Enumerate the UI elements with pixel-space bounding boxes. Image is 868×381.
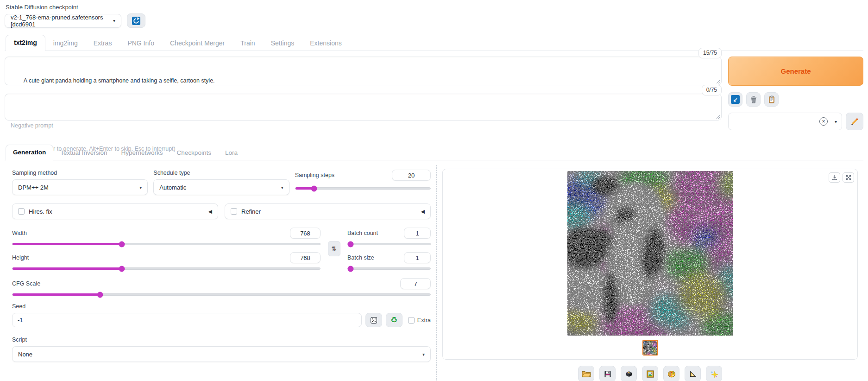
tab-generation[interactable]: Generation — [6, 145, 53, 160]
framed-picture-icon — [647, 370, 654, 378]
send-to-img2img-button[interactable] — [642, 366, 658, 381]
refiner-accordion[interactable]: Refiner ◀ — [225, 203, 431, 219]
prompt-input[interactable]: 15/75 A cute giant panda holding a smart… — [5, 57, 722, 85]
chevron-down-icon: ▾ — [113, 18, 115, 23]
script-select[interactable]: None ▾ — [12, 346, 431, 362]
paste-parameters-button[interactable]: ↙ — [728, 92, 742, 107]
send-to-inpaint-button[interactable] — [663, 366, 679, 381]
edit-styles-button[interactable] — [846, 113, 863, 130]
collapse-arrow-icon: ◀ — [421, 209, 425, 215]
height-input[interactable]: 768 — [290, 252, 321, 263]
height-slider[interactable] — [12, 267, 321, 270]
trash-icon — [749, 95, 758, 104]
random-seed-button[interactable] — [365, 313, 382, 327]
batch-size-slider[interactable] — [347, 267, 431, 270]
tab-png-info[interactable]: PNG Info — [120, 36, 162, 51]
output-gallery — [442, 169, 858, 360]
sampling-steps-slider[interactable] — [295, 187, 431, 190]
send-to-extras-button[interactable] — [685, 366, 701, 381]
generated-image[interactable] — [567, 171, 733, 336]
pencil-icon — [849, 116, 860, 127]
output-toolbar — [442, 366, 858, 381]
batch-size-label: Batch size — [347, 254, 374, 261]
open-folder-button[interactable] — [578, 366, 594, 381]
upscale-button[interactable] — [706, 366, 722, 381]
save-zip-button[interactable] — [621, 366, 637, 381]
refresh-icon — [132, 16, 141, 25]
workspace: Sampling method DPM++ 2M ▾ Schedule type… — [5, 165, 863, 381]
batch-count-slider[interactable] — [347, 243, 431, 245]
batch-column: Batch count 1 Batch size 1 — [347, 228, 431, 270]
prompt-region: 15/75 A cute giant panda holding a smart… — [5, 51, 863, 130]
tab-txt2img[interactable]: txt2img — [6, 35, 45, 51]
sampling-method-select[interactable]: DPM++ 2M ▾ — [12, 179, 148, 195]
tab-settings[interactable]: Settings — [263, 36, 302, 51]
tab-train[interactable]: Train — [233, 36, 263, 51]
swap-column: ⇅ — [321, 228, 347, 270]
hires-fix-checkbox[interactable] — [18, 208, 25, 215]
generate-button[interactable]: Generate — [728, 57, 863, 86]
tab-textual-inversion[interactable]: Textual Inversion — [53, 146, 114, 160]
schedule-type-value: Automatic — [159, 184, 186, 191]
width-label: Width — [12, 230, 27, 236]
batch-count-label: Batch count — [347, 230, 378, 236]
expand-arrows-icon — [846, 175, 851, 180]
reuse-seed-button[interactable]: ♻ — [386, 313, 403, 327]
apply-styles-button[interactable] — [764, 92, 779, 107]
hires-fix-accordion[interactable]: Hires. fix ◀ — [12, 203, 218, 219]
tab-img2img[interactable]: img2img — [45, 36, 86, 51]
negative-prompt-input[interactable]: 0/75 Negative prompt (Press Ctrl+Enter t… — [5, 94, 722, 121]
sampling-method-value: DPM++ 2M — [18, 184, 49, 191]
extra-seed-checkbox[interactable] — [408, 317, 415, 324]
height-label: Height — [12, 254, 29, 261]
archive-box-icon — [625, 370, 633, 378]
prompt-tools-row: ↙ — [728, 92, 863, 107]
styles-dropdown[interactable]: × ▾ — [728, 113, 842, 130]
parameters-panel: Sampling method DPM++ 2M ▾ Schedule type… — [5, 165, 431, 381]
chevron-down-icon: ▾ — [139, 185, 142, 190]
tab-lora[interactable]: Lora — [218, 146, 245, 160]
batch-size-input[interactable]: 1 — [404, 252, 431, 263]
negative-token-counter: 0/75 — [702, 85, 722, 95]
clear-styles-icon[interactable]: × — [819, 117, 828, 126]
dimensions-row: Width 768 Height 768 — [12, 228, 431, 270]
hires-fix-label: Hires. fix — [29, 208, 52, 215]
palette-icon — [667, 370, 676, 378]
cfg-scale-input[interactable]: 7 — [400, 278, 431, 289]
resize-grip-icon[interactable] — [716, 80, 720, 84]
resize-grip-icon[interactable] — [716, 115, 720, 119]
tab-checkpoint-merger[interactable]: Checkpoint Merger — [162, 36, 233, 51]
clear-prompt-button[interactable] — [746, 92, 761, 107]
gallery-tools — [829, 172, 854, 183]
cfg-scale-slider[interactable] — [12, 293, 431, 296]
batch-count-input[interactable]: 1 — [404, 228, 431, 239]
chevron-down-icon: ▾ — [281, 185, 283, 190]
seed-input[interactable]: -1 — [12, 313, 362, 327]
tab-hypernetworks[interactable]: Hypernetworks — [114, 146, 170, 160]
schedule-type-select[interactable]: Automatic ▾ — [153, 179, 289, 195]
gallery-thumbnail-selected[interactable] — [642, 340, 658, 356]
batch-size-field: Batch size 1 — [347, 252, 431, 270]
fullscreen-toggle-button[interactable] — [843, 172, 854, 183]
accordion-row: Hires. fix ◀ Refiner ◀ — [12, 203, 431, 219]
txt2img-page: Stable Diffusion checkpoint v2-1_768-ema… — [0, 0, 868, 381]
tab-extras[interactable]: Extras — [86, 36, 120, 51]
clipboard-icon — [767, 95, 776, 104]
tab-checkpoints[interactable]: Checkpoints — [170, 146, 218, 160]
refresh-checkpoint-button[interactable] — [127, 13, 145, 28]
refiner-checkbox[interactable] — [231, 208, 237, 215]
checkpoint-label: Stable Diffusion checkpoint — [6, 4, 863, 11]
script-field: Script None ▾ — [12, 337, 431, 362]
checkpoint-select[interactable]: v2-1_768-ema-pruned.safetensors [dcd6901… — [5, 14, 121, 28]
swap-dimensions-button[interactable]: ⇅ — [328, 241, 340, 256]
tab-extensions[interactable]: Extensions — [302, 36, 349, 51]
width-slider[interactable] — [12, 243, 321, 245]
save-image-button[interactable] — [599, 366, 616, 381]
script-value: None — [18, 351, 32, 358]
height-field: Height 768 — [12, 252, 321, 270]
dice-icon — [370, 317, 377, 324]
extra-seed-toggle[interactable]: Extra — [408, 317, 431, 324]
width-input[interactable]: 768 — [290, 228, 321, 239]
download-image-button[interactable] — [829, 172, 840, 183]
sparkles-icon — [710, 370, 718, 378]
